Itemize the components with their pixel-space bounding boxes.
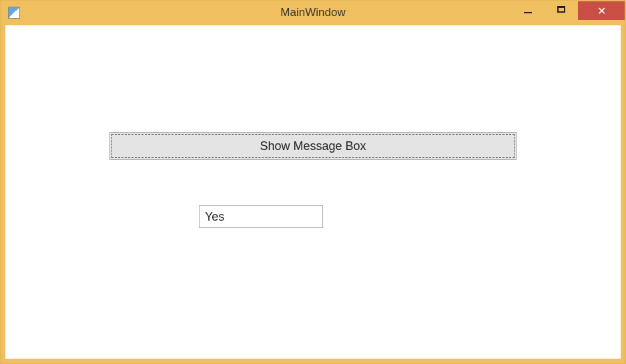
maximize-icon — [557, 6, 565, 13]
content-panel: Show Message Box Yes — [5, 25, 621, 359]
show-message-box-button[interactable]: Show Message Box — [109, 132, 517, 160]
client-area: Show Message Box Yes — [1, 24, 625, 363]
maximize-button[interactable] — [545, 1, 578, 20]
minimize-icon — [524, 12, 532, 13]
result-textbox[interactable]: Yes — [199, 205, 323, 228]
button-label: Show Message Box — [260, 139, 366, 153]
titlebar[interactable]: MainWindow ✕ — [1, 1, 625, 24]
close-icon: ✕ — [597, 5, 606, 17]
app-icon — [8, 7, 20, 19]
main-window: MainWindow ✕ Show Message Box Yes — [0, 0, 626, 364]
close-button[interactable]: ✕ — [578, 1, 625, 20]
result-value: Yes — [205, 210, 224, 224]
minimize-button[interactable] — [511, 1, 545, 20]
window-controls: ✕ — [511, 1, 625, 20]
